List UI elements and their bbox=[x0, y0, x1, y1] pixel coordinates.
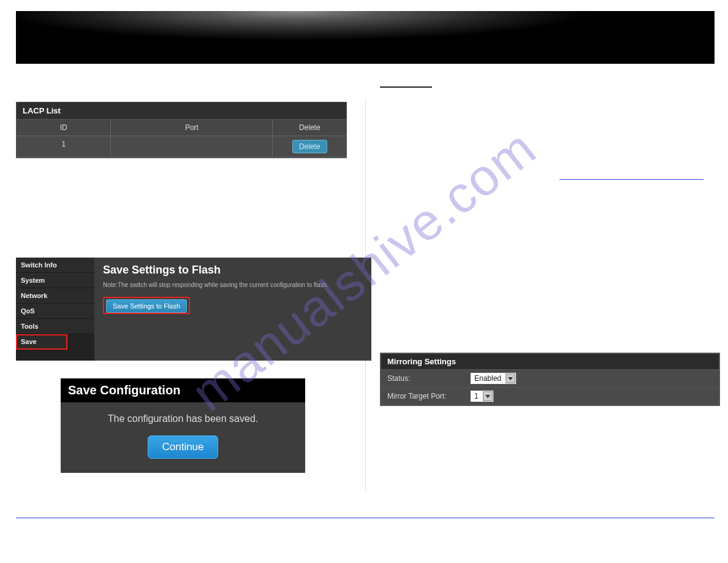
save-settings-to-flash-button[interactable]: Save Settings to Flash bbox=[106, 299, 187, 313]
sidebar-item-tools[interactable]: Tools bbox=[16, 319, 94, 334]
lacp-cell-id: 1 bbox=[17, 136, 111, 158]
status-select-value: Enabled bbox=[474, 374, 501, 383]
delete-button[interactable]: Delete bbox=[292, 140, 327, 153]
save-main-area: Save Settings to Flash Note:The switch w… bbox=[94, 258, 371, 361]
sidebar-item-save[interactable]: Save bbox=[16, 334, 67, 350]
save-settings-panel: Switch Info System Network QoS Tools Sav… bbox=[16, 258, 371, 361]
table-row: 1 Delete bbox=[17, 136, 346, 158]
lacp-list-title: LACP List bbox=[17, 102, 346, 120]
status-label: Status: bbox=[381, 374, 470, 383]
chevron-down-icon bbox=[483, 391, 493, 401]
mirroring-settings-panel: Mirroring Settings Status: Enabled Mirro… bbox=[380, 353, 720, 406]
sidebar-item-system[interactable]: System bbox=[16, 273, 94, 288]
sidebar-item-qos[interactable]: QoS bbox=[16, 304, 94, 319]
lacp-header-delete: Delete bbox=[273, 120, 346, 136]
mirroring-settings-title: Mirroring Settings bbox=[381, 354, 719, 370]
save-configuration-message: The configuration has been saved. bbox=[61, 413, 305, 424]
continue-button[interactable]: Continue bbox=[148, 435, 218, 459]
top-banner bbox=[16, 11, 715, 64]
save-sidebar: Switch Info System Network QoS Tools Sav… bbox=[16, 258, 94, 361]
save-configuration-dialog: Save Configuration The configuration has… bbox=[61, 378, 305, 473]
lacp-header-row: ID Port Delete bbox=[17, 120, 346, 136]
target-port-label: Mirror Target Port: bbox=[381, 392, 470, 400]
mirror-row-status: Status: Enabled bbox=[381, 370, 719, 388]
lacp-cell-port bbox=[111, 136, 273, 158]
lacp-list-panel: LACP List ID Port Delete 1 Delete bbox=[16, 102, 347, 158]
footer-rule bbox=[16, 518, 715, 518]
link-underline bbox=[559, 179, 703, 180]
target-port-select[interactable]: 1 bbox=[470, 390, 494, 402]
target-port-value: 1 bbox=[474, 392, 479, 400]
sidebar-item-switch-info[interactable]: Switch Info bbox=[16, 258, 94, 273]
status-select[interactable]: Enabled bbox=[470, 372, 517, 385]
section-underline bbox=[380, 86, 432, 88]
highlight-box: Save Settings to Flash bbox=[103, 297, 190, 314]
lacp-header-id: ID bbox=[17, 120, 111, 136]
lacp-header-port: Port bbox=[111, 120, 273, 136]
save-settings-note: Note:The switch will stop responding whi… bbox=[103, 282, 363, 288]
save-settings-heading: Save Settings to Flash bbox=[103, 264, 363, 277]
mirror-row-target: Mirror Target Port: 1 bbox=[381, 388, 719, 405]
save-configuration-body: The configuration has been saved. Contin… bbox=[61, 402, 305, 459]
sidebar-item-network[interactable]: Network bbox=[16, 288, 94, 304]
save-configuration-title: Save Configuration bbox=[61, 378, 305, 402]
lacp-cell-delete: Delete bbox=[273, 136, 346, 158]
chevron-down-icon bbox=[506, 373, 515, 383]
